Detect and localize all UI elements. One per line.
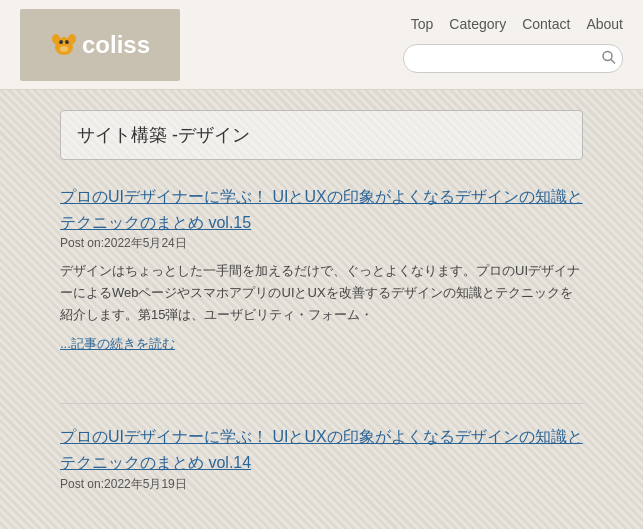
header-right: Top Category Contact About bbox=[403, 16, 623, 73]
nav-about[interactable]: About bbox=[586, 16, 623, 32]
search-container bbox=[403, 44, 623, 73]
svg-point-6 bbox=[60, 46, 68, 52]
article-1-date: Post on:2022年5月24日 bbox=[60, 235, 583, 252]
page-title-box: サイト構築 -デザイン bbox=[60, 110, 583, 160]
squirrel-icon bbox=[50, 31, 78, 59]
article-2-date: Post on:2022年5月19日 bbox=[60, 476, 583, 493]
svg-line-8 bbox=[611, 59, 615, 63]
logo-text: coliss bbox=[50, 31, 150, 59]
nav-links: Top Category Contact About bbox=[411, 16, 623, 32]
nav-contact[interactable]: Contact bbox=[522, 16, 570, 32]
article-1: プロのUIデザイナーに学ぶ！ UIとUXの印象がよくなるデザインの知識とテクニッ… bbox=[60, 184, 583, 373]
header: coliss Top Category Contact About bbox=[0, 0, 643, 90]
svg-point-5 bbox=[68, 34, 76, 44]
main-content: サイト構築 -デザイン プロのUIデザイナーに学ぶ！ UIとUXの印象がよくなる… bbox=[0, 90, 643, 529]
search-input[interactable] bbox=[403, 44, 623, 73]
logo[interactable]: coliss bbox=[20, 9, 180, 81]
article-1-read-more[interactable]: ...記事の続きを読む bbox=[60, 336, 175, 351]
article-2-title[interactable]: プロのUIデザイナーに学ぶ！ UIとUXの印象がよくなるデザインの知識とテクニッ… bbox=[60, 428, 583, 471]
page-title: サイト構築 -デザイン bbox=[77, 123, 566, 147]
nav-category[interactable]: Category bbox=[449, 16, 506, 32]
search-button[interactable] bbox=[601, 49, 617, 68]
article-1-title[interactable]: プロのUIデザイナーに学ぶ！ UIとUXの印象がよくなるデザインの知識とテクニッ… bbox=[60, 188, 583, 231]
search-icon bbox=[601, 49, 617, 65]
nav-top[interactable]: Top bbox=[411, 16, 434, 32]
divider bbox=[60, 403, 583, 404]
article-2: プロのUIデザイナーに学ぶ！ UIとUXの印象がよくなるデザインの知識とテクニッ… bbox=[60, 424, 583, 520]
svg-point-7 bbox=[603, 51, 612, 60]
article-1-excerpt: デザインはちょっとした一手間を加えるだけで、ぐっとよくなります。プロのUIデザイ… bbox=[60, 260, 583, 326]
svg-point-4 bbox=[52, 34, 60, 44]
